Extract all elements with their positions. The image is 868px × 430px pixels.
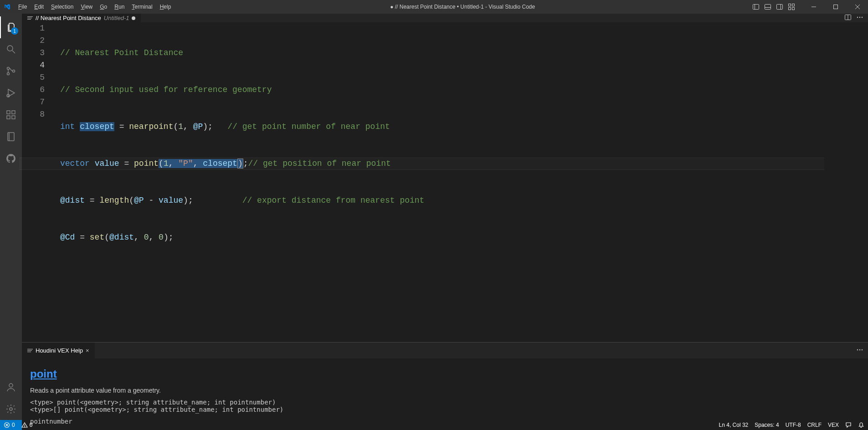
layout-sidebar-left-icon[interactable] <box>750 0 761 14</box>
activity-source-control[interactable] <box>0 60 22 82</box>
help-signatures: <type> point(<geometry>; string attribut… <box>30 399 860 413</box>
more-actions-icon[interactable] <box>856 14 863 22</box>
close-icon[interactable]: × <box>86 347 89 354</box>
status-indent[interactable]: Spaces: 4 <box>755 422 779 428</box>
close-button[interactable] <box>847 0 868 14</box>
menu-run[interactable]: Run <box>111 1 128 13</box>
vscode-logo-icon <box>4 3 11 10</box>
activity-settings[interactable] <box>0 398 22 420</box>
svg-point-16 <box>7 67 10 70</box>
svg-point-30 <box>857 17 858 18</box>
text-file-icon <box>27 349 33 352</box>
status-ln-col[interactable]: Ln 4, Col 32 <box>719 422 749 428</box>
window-title: ● // Nearest Point Distance • Untitled-1… <box>175 4 750 10</box>
editor-tabs: // Nearest Point Distance Untitled-1 <box>22 14 868 22</box>
minimize-button[interactable] <box>803 0 824 14</box>
dirty-indicator-icon <box>132 16 135 20</box>
text-file-icon <box>27 16 33 20</box>
svg-point-17 <box>7 73 10 75</box>
svg-point-32 <box>862 17 863 18</box>
status-bell-icon[interactable] <box>858 422 864 428</box>
svg-point-31 <box>859 17 860 18</box>
svg-rect-7 <box>792 4 795 6</box>
menu-view[interactable]: View <box>77 1 96 13</box>
activity-accounts[interactable] <box>0 376 22 398</box>
svg-rect-4 <box>777 5 783 10</box>
svg-line-15 <box>12 51 15 53</box>
svg-rect-6 <box>789 4 791 6</box>
more-actions-icon[interactable] <box>856 346 863 355</box>
svg-point-27 <box>10 408 12 410</box>
svg-rect-21 <box>7 116 10 119</box>
svg-point-14 <box>7 46 13 51</box>
svg-rect-23 <box>12 111 15 114</box>
help-content[interactable]: point Reads a point attribute value from… <box>22 358 868 430</box>
status-warnings[interactable]: 0 <box>21 422 33 428</box>
menu-help[interactable]: Help <box>156 1 175 13</box>
explorer-badge: 1 <box>11 27 18 35</box>
minimap[interactable] <box>824 22 868 342</box>
svg-rect-8 <box>789 8 791 10</box>
svg-point-26 <box>9 384 13 387</box>
layout-sidebar-right-icon[interactable] <box>774 0 785 14</box>
editor[interactable]: 1 2 3 4 5 6 7 8 // Nearest Point Distanc… <box>22 22 868 342</box>
svg-rect-0 <box>753 5 759 10</box>
activity-extensions[interactable] <box>0 104 22 126</box>
tab-label: // Nearest Point Distance <box>36 15 101 21</box>
svg-point-33 <box>857 349 858 350</box>
titlebar: FFileile Edit Selection View Go Run Term… <box>0 0 868 14</box>
activity-explorer[interactable]: 1 <box>0 16 22 38</box>
menu-go[interactable]: Go <box>96 1 111 13</box>
menu-file[interactable]: FFileile <box>15 1 31 13</box>
activity-notebook[interactable] <box>0 126 22 148</box>
code-content[interactable]: // Nearest Point Distance // Second inpu… <box>54 22 824 342</box>
svg-rect-20 <box>7 111 10 114</box>
tab-detail: Untitled-1 <box>104 15 129 21</box>
activity-run-debug[interactable] <box>0 82 22 104</box>
status-language[interactable]: VEX <box>828 422 839 428</box>
activitybar: 1 <box>0 14 22 420</box>
status-feedback-icon[interactable] <box>845 422 852 428</box>
svg-point-40 <box>24 427 25 427</box>
editor-tab[interactable]: // Nearest Point Distance Untitled-1 <box>22 14 141 22</box>
svg-rect-2 <box>765 5 771 10</box>
help-summary: Reads a point attribute value from a geo… <box>30 387 860 394</box>
help-panel: Houdini VEX Help × point Reads a point a… <box>22 342 868 430</box>
help-title[interactable]: point <box>30 368 860 380</box>
status-eol[interactable]: CRLF <box>807 422 822 428</box>
svg-rect-22 <box>12 116 15 119</box>
menu-edit[interactable]: Edit <box>31 1 47 13</box>
status-errors[interactable]: 0 <box>4 422 15 428</box>
split-editor-icon[interactable] <box>844 14 852 22</box>
line-gutter: 1 2 3 4 5 6 7 8 <box>22 22 54 342</box>
svg-point-18 <box>13 70 15 72</box>
menubar: FFileile Edit Selection View Go Run Term… <box>15 1 175 13</box>
menu-terminal[interactable]: Terminal <box>128 1 156 13</box>
svg-point-34 <box>859 349 860 350</box>
activity-github[interactable] <box>0 148 22 169</box>
panel-tab-help[interactable]: Houdini VEX Help × <box>22 343 95 358</box>
layout-panel-icon[interactable] <box>762 0 773 14</box>
customize-layout-icon[interactable] <box>786 0 797 14</box>
svg-point-35 <box>862 349 863 350</box>
status-encoding[interactable]: UTF-8 <box>786 422 801 428</box>
svg-rect-11 <box>834 5 838 9</box>
svg-rect-24 <box>8 133 14 141</box>
panel-tab-label: Houdini VEX Help <box>36 347 83 354</box>
activity-search[interactable] <box>0 38 22 60</box>
maximize-button[interactable] <box>825 0 846 14</box>
svg-rect-9 <box>792 8 795 10</box>
menu-selection[interactable]: Selection <box>47 1 77 13</box>
